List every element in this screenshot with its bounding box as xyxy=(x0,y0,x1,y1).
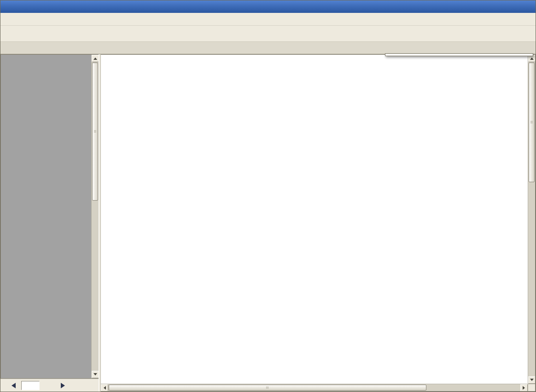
thumbnail-scrollbar[interactable] xyxy=(91,55,99,378)
sidebar xyxy=(0,54,99,392)
next-page-button[interactable] xyxy=(58,380,68,391)
thumbnail-list xyxy=(1,55,91,378)
previous-page-button[interactable] xyxy=(8,380,18,391)
horizontal-scrollbar-slider[interactable] xyxy=(109,385,426,391)
kpdf-app-icon xyxy=(2,3,11,11)
kpdf-window xyxy=(0,0,536,392)
page-navigation xyxy=(0,379,99,392)
titlebar[interactable] xyxy=(0,0,536,13)
thumbnail-panel xyxy=(0,54,99,379)
scroll-left-button[interactable] xyxy=(101,384,108,392)
tab-context-menu xyxy=(385,53,533,56)
down-arrow-icon xyxy=(93,373,97,377)
tabbar xyxy=(0,42,536,54)
previous-page-icon xyxy=(9,383,16,388)
pdf-page xyxy=(101,55,528,384)
up-arrow-icon xyxy=(93,56,97,60)
next-page-icon xyxy=(61,383,68,388)
toolbar xyxy=(0,26,536,42)
thumbnail-scroll-up-button[interactable] xyxy=(92,55,99,62)
vertical-scrollbar[interactable] xyxy=(528,55,535,384)
main-area xyxy=(0,54,536,392)
down-arrow-icon xyxy=(530,379,534,383)
horizontal-scrollbar[interactable] xyxy=(101,384,528,391)
current-page-input[interactable] xyxy=(21,381,40,390)
up-arrow-icon xyxy=(530,56,534,60)
vertical-scrollbar-slider[interactable] xyxy=(529,63,535,182)
thumbnail-scrollbar-slider[interactable] xyxy=(92,63,98,201)
right-arrow-icon xyxy=(523,386,527,390)
scroll-right-button[interactable] xyxy=(520,384,528,392)
thumbnail-scroll-down-button[interactable] xyxy=(92,371,99,378)
scroll-down-button[interactable] xyxy=(528,376,536,384)
document-view xyxy=(101,54,536,392)
scrollbar-corner xyxy=(528,384,535,391)
menubar xyxy=(0,13,536,26)
left-arrow-icon xyxy=(102,386,106,390)
